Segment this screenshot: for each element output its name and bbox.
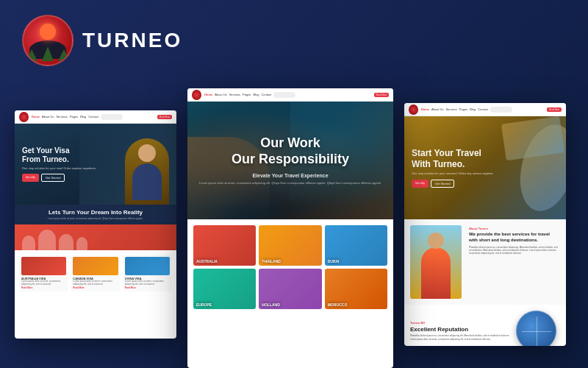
tree-center-icon (42, 46, 54, 61)
dest-thailand[interactable]: THAILAND (259, 225, 321, 266)
reputation-text: Turneo AO Excellent Reputation Phasellus… (410, 321, 510, 340)
left-hero-text: Get Your VisaFrom Turneo. One stop solut… (22, 146, 96, 182)
reputation-label: Turneo AO (410, 321, 510, 325)
dest-australia-name: AUSTRALIA (196, 259, 218, 263)
right-hero-secondary-btn[interactable]: Get Started (431, 180, 454, 188)
visa-ca-read[interactable]: Read More (73, 286, 118, 289)
reputation-section: Turneo AO Excellent Reputation Phasellus… (404, 305, 566, 346)
hero-person-figure (125, 138, 169, 205)
right-nav-home[interactable]: Home (421, 107, 429, 111)
globe-icon: ✈ (516, 311, 556, 346)
dest-europe[interactable]: EUROPE (193, 269, 256, 309)
shell-4 (76, 237, 87, 250)
left-nav-cta[interactable]: Book Now (157, 115, 172, 119)
visa-cn-img (125, 257, 170, 275)
center-hero-subtitle: Elevate Your Travel Experience (199, 173, 381, 178)
center-nav-cta[interactable]: Book Now (374, 93, 389, 97)
visa-grid: AUSTRALIA VISA Lorem ipsum dolor sit ame… (19, 255, 172, 291)
center-nav-home[interactable]: Home (204, 93, 212, 96)
right-nav-search[interactable] (490, 107, 512, 113)
opera-strip (15, 224, 176, 250)
logo-icon (22, 15, 74, 66)
right-nav-logo (409, 105, 418, 115)
right-nav-blog[interactable]: Blog (470, 107, 476, 111)
right-hero-subtitle: One stop solution for your services! Ord… (412, 171, 559, 175)
center-nav-inner: Home About Us Services Pages Blog Contac… (204, 92, 389, 98)
left-hero-primary-btn[interactable]: Identify (22, 174, 39, 182)
center-nav-services[interactable]: Services (229, 93, 240, 96)
visa-ca-desc: Lorem ipsum dolor sit amet, consectetur … (73, 280, 118, 286)
right-hero-primary-btn[interactable]: Identify (412, 180, 429, 188)
left-nav-inner: Home About Us Services Pages Blog Contac… (32, 114, 172, 120)
left-hero-buttons: Identify Get Started (22, 174, 96, 182)
visa-au-read[interactable]: Read More (21, 286, 66, 289)
dest-morocco[interactable]: MOROCCO (325, 269, 387, 309)
right-nav-about[interactable]: About Us (431, 107, 443, 111)
visa-cn-read[interactable]: Read More (125, 286, 170, 289)
center-nav: Home About Us Services Pages Blog Contac… (187, 88, 393, 102)
page-container: TURNEO Home About Us Services Pages Blog… (0, 0, 588, 368)
center-hero-desc: Lorem ipsum dolor sit amet, consectetur … (199, 181, 381, 185)
center-hero-title-line1: Our Work (199, 135, 381, 152)
visa-australia: AUSTRALIA VISA Lorem ipsum dolor sit ame… (19, 255, 68, 291)
about-person-head (428, 233, 444, 249)
shell-1 (22, 236, 35, 250)
right-nav-pages[interactable]: Pages (459, 107, 467, 111)
left-nav-about[interactable]: About Us (42, 115, 54, 118)
dest-dubai[interactable]: DUBAI (325, 225, 387, 266)
center-nav-blog[interactable]: Blog (253, 93, 259, 96)
dest-holland[interactable]: HOLLAND (259, 269, 321, 309)
visa-au-desc: Lorem ipsum dolor sit amet, consectetur … (21, 280, 66, 286)
dream-title: Lets Turn Your Dream Into Reality (19, 209, 172, 216)
brand-name: TURNEO (82, 29, 182, 52)
left-hero-secondary-btn[interactable]: Get Started (41, 174, 65, 182)
right-nav-inner: Home About Us Services Pages Blog Contac… (421, 107, 562, 113)
left-nav-blog[interactable]: Blog (80, 115, 86, 118)
left-nav-search[interactable] (101, 114, 123, 120)
visa-china: CHINA VISA Lorem ipsum dolor sit amet, c… (123, 255, 172, 291)
dest-morocco-name: MOROCCO (328, 302, 348, 307)
person-body (132, 163, 162, 200)
dest-holland-name: HOLLAND (262, 302, 279, 307)
center-nav-search[interactable] (273, 92, 295, 98)
dest-dubai-name: DUBAI (328, 259, 340, 263)
right-nav-links: Home About Us Services Pages Blog Contac… (421, 107, 488, 111)
left-nav-home[interactable]: Home (32, 115, 40, 118)
dest-europe-name: EUROPE (196, 302, 212, 307)
visa-ca-img (73, 257, 118, 275)
sun-icon (40, 24, 56, 40)
dream-section: Lets Turn Your Dream Into Reality Lorem … (15, 205, 176, 224)
center-dest-grid: AUSTRALIA THAILAND DUBAI EUROPE HOLLAND … (187, 219, 393, 315)
visa-section: AUSTRALIA VISA Lorem ipsum dolor sit ame… (15, 250, 176, 296)
right-about-section: About Turneo We provide the best service… (404, 219, 566, 305)
center-hero-title-line2: Our Responsibility (199, 152, 381, 168)
center-nav-about[interactable]: About Us (215, 93, 226, 96)
globe-meridian (537, 316, 537, 346)
right-nav-contact[interactable]: Contact (478, 107, 488, 111)
left-nav-services[interactable]: Services (56, 115, 67, 118)
person-head (138, 144, 156, 162)
visa-cn-desc: Lorem ipsum dolor sit amet, consectetur … (125, 280, 170, 286)
left-nav-contact[interactable]: Contact (88, 115, 98, 118)
left-nav-logo (19, 112, 29, 122)
right-nav-cta[interactable]: Book Now (547, 107, 562, 112)
left-nav-pages[interactable]: Pages (70, 115, 78, 118)
right-hero: Start Your TravelWith Turneo. One stop s… (404, 116, 566, 219)
about-text-content: About Turneo We provide the best service… (467, 225, 560, 299)
reputation-desc: Phasellus dictum ipsum eu, consectetur a… (410, 334, 510, 340)
visa-au-img (21, 257, 66, 275)
center-nav-links: Home About Us Services Pages Blog Contac… (204, 93, 271, 96)
center-hero-text: Our Work Our Responsibility Elevate Your… (199, 135, 381, 185)
right-nav-services[interactable]: Services (445, 107, 456, 111)
center-nav-contact[interactable]: Contact (261, 93, 271, 96)
left-hero-subtitle: One stop solution for your visa! Order a… (22, 166, 96, 170)
shell-3 (59, 234, 74, 250)
tree-left-icon (26, 49, 37, 61)
right-nav: Home About Us Services Pages Blog Contac… (404, 103, 566, 116)
center-nav-logo (192, 90, 201, 100)
left-hero-title: Get Your VisaFrom Turneo. (22, 146, 96, 164)
dest-australia[interactable]: AUSTRALIA (193, 225, 256, 266)
center-nav-pages[interactable]: Pages (243, 93, 251, 96)
left-hero: Get Your VisaFrom Turneo. One stop solut… (15, 124, 176, 205)
left-nav: Home About Us Services Pages Blog Contac… (15, 110, 176, 124)
